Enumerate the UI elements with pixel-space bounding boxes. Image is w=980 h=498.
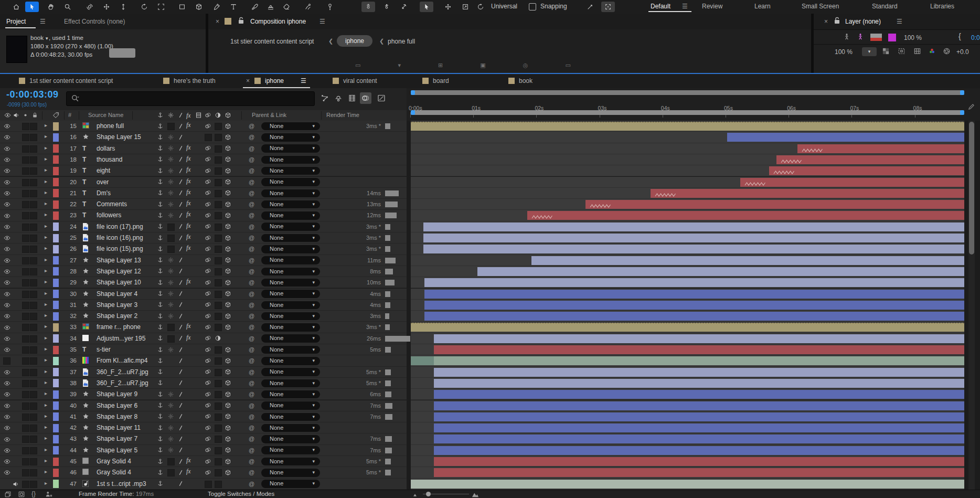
lock-toggle[interactable] xyxy=(30,268,37,276)
parent-link-dropdown[interactable]: None▾ xyxy=(261,458,320,466)
expand-chevron-icon[interactable]: ▸ xyxy=(45,435,47,441)
layer-track[interactable] xyxy=(411,255,964,266)
adjustment-switch[interactable] xyxy=(215,212,222,219)
parent-pickwhip-icon[interactable]: @ xyxy=(249,300,254,311)
parent-link-dropdown[interactable]: None▾ xyxy=(261,156,320,164)
lock-toggle[interactable] xyxy=(30,346,37,354)
tool-zoom-icon[interactable] xyxy=(61,2,74,12)
quality-switch[interactable] xyxy=(177,301,184,308)
magenta-swatch[interactable] xyxy=(888,34,896,41)
transparency-grid-icon[interactable] xyxy=(882,47,890,55)
parent-pickwhip-icon[interactable]: @ xyxy=(249,433,254,444)
solo-toggle[interactable] xyxy=(22,346,29,354)
fx-switch[interactable]: fx xyxy=(186,188,191,196)
parent-link-dropdown[interactable]: None▾ xyxy=(261,211,320,220)
timeline-tab-close-icon[interactable]: × xyxy=(246,77,250,84)
anchor-switch[interactable] xyxy=(157,201,164,208)
motion-blur-switch[interactable] xyxy=(205,201,211,208)
layer-row[interactable]: ▸27Shape Layer 13@None▾11ms xyxy=(0,255,980,266)
lock-column-icon[interactable] xyxy=(31,112,38,119)
parent-pickwhip-icon[interactable]: @ xyxy=(249,355,254,366)
layer-duration-bar[interactable] xyxy=(434,334,964,343)
cube-3d-switch[interactable] xyxy=(225,301,231,308)
effect-switch[interactable] xyxy=(167,134,174,141)
eye-toggle[interactable] xyxy=(3,378,11,389)
navigator-end-handle[interactable] xyxy=(960,90,964,95)
anchor-switch[interactable] xyxy=(157,447,164,453)
eye-toggle[interactable] xyxy=(3,333,11,344)
fx-switch[interactable]: fx xyxy=(186,210,191,218)
walk-person-icon[interactable] xyxy=(843,33,850,41)
parent-pickwhip-icon[interactable]: @ xyxy=(249,188,254,199)
layer-name[interactable]: Comments xyxy=(97,199,127,210)
solo-toggle[interactable] xyxy=(22,201,29,208)
motion-blur-switch[interactable] xyxy=(205,391,211,398)
workspace-tab-default[interactable]: Default xyxy=(651,3,670,10)
adjustment-switch[interactable] xyxy=(215,481,222,488)
parent-pickwhip-icon[interactable]: @ xyxy=(249,445,254,456)
tool-pick-whip-icon[interactable] xyxy=(583,2,597,12)
work-area-end-handle[interactable] xyxy=(960,110,964,115)
tool-hand-icon[interactable] xyxy=(44,2,58,12)
motion-blur-switch[interactable] xyxy=(205,123,211,130)
motion-blur-switch[interactable] xyxy=(205,156,211,163)
layer-name[interactable]: 360_F_2...uR7.jpg xyxy=(97,378,148,389)
anchor-switch[interactable] xyxy=(157,469,164,476)
eye-toggle[interactable] xyxy=(3,322,11,333)
layer-duration-bar[interactable] xyxy=(423,222,964,231)
lock-toggle[interactable] xyxy=(30,335,37,343)
project-item-thumbnail[interactable] xyxy=(6,36,27,63)
layer-duration-bar[interactable] xyxy=(727,133,964,142)
layer-track[interactable] xyxy=(411,243,964,255)
eye-toggle[interactable] xyxy=(3,266,11,277)
lock-toggle[interactable] xyxy=(30,402,37,410)
motion-path-person-icon[interactable] xyxy=(857,33,864,41)
layer-row[interactable]: ▸38360_F_2...uR7.jpg@None▾5ms * xyxy=(0,378,980,389)
effect-switch[interactable] xyxy=(167,391,174,398)
expand-chevron-icon[interactable]: ▸ xyxy=(45,323,47,329)
layer-track[interactable] xyxy=(411,311,964,322)
layer-name[interactable]: Shape Layer 9 xyxy=(97,389,137,400)
quality-switch[interactable] xyxy=(177,134,184,141)
eye-toggle[interactable] xyxy=(3,467,11,478)
snapping-checkbox[interactable] xyxy=(529,3,536,10)
adjustment-switch[interactable] xyxy=(215,436,222,443)
layer-duration-bar[interactable] xyxy=(411,356,964,365)
expand-chevron-icon[interactable]: ▸ xyxy=(45,223,47,229)
adjustment-switch[interactable] xyxy=(215,123,222,130)
eye-toggle[interactable] xyxy=(3,199,11,210)
effect-switch[interactable] xyxy=(167,301,174,308)
effect-switch[interactable] xyxy=(167,257,174,263)
expand-chevron-icon[interactable]: ▸ xyxy=(45,301,47,307)
effect-switch[interactable] xyxy=(167,123,175,130)
quality-switch[interactable] xyxy=(177,223,184,230)
layer-name[interactable]: Gray Solid 4 xyxy=(97,456,131,467)
layer-track[interactable] xyxy=(411,400,964,411)
expand-chevron-icon[interactable]: ▸ xyxy=(45,357,47,363)
layer-track[interactable] xyxy=(411,445,964,456)
cube-3d-switch[interactable] xyxy=(225,134,231,141)
layer-duration-bar[interactable] xyxy=(434,446,964,455)
expand-chevron-icon[interactable]: ▸ xyxy=(45,178,47,184)
eye-toggle[interactable] xyxy=(3,132,11,143)
layer-track[interactable] xyxy=(411,132,964,143)
layer-row[interactable]: ▸30Shape Layer 4@None▾4ms xyxy=(0,289,980,300)
expand-chevron-icon[interactable]: ▸ xyxy=(45,133,47,139)
solo-toggle[interactable] xyxy=(22,190,29,197)
eye-toggle[interactable] xyxy=(3,311,11,322)
motion-blur-switch[interactable] xyxy=(205,257,211,263)
tool-pan-camera-icon[interactable] xyxy=(100,2,113,12)
tool-select-gizmo-icon[interactable] xyxy=(420,2,433,12)
cube-3d-switch[interactable] xyxy=(225,324,231,331)
lock-toggle[interactable] xyxy=(30,291,37,298)
cube-3d-switch[interactable] xyxy=(225,178,231,185)
solo-toggle[interactable] xyxy=(22,167,29,175)
timeline-tab-here-s-the-truth[interactable]: here's the truth xyxy=(174,77,216,84)
lock-toggle[interactable] xyxy=(30,414,37,421)
expand-chevron-icon[interactable]: ▸ xyxy=(45,122,47,128)
layer-name[interactable]: Shape Layer 6 xyxy=(97,400,137,411)
effect-switch[interactable] xyxy=(167,413,174,420)
eye-toggle[interactable] xyxy=(3,456,11,467)
layer-name[interactable]: From Kl...afic.mp4 xyxy=(97,355,147,366)
fx-switch[interactable]: fx xyxy=(186,244,191,252)
